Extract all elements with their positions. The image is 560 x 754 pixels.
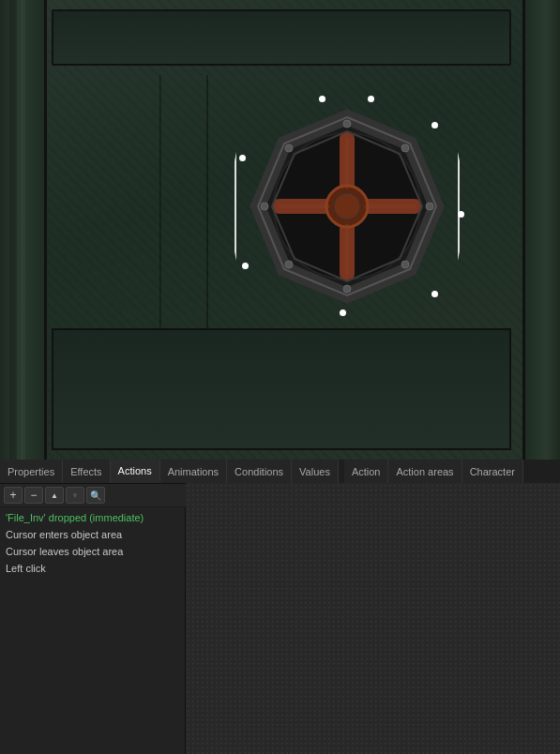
action-item-cursor-enters[interactable]: Cursor enters object area	[0, 526, 185, 543]
viewport	[0, 0, 560, 460]
anchor-dot-2	[368, 96, 374, 102]
tab-bar: Properties Effects Actions Animations Co…	[0, 460, 560, 484]
bottom-panel: Properties Effects Actions Animations Co…	[0, 460, 560, 754]
search-button[interactable]: 🔍	[86, 487, 105, 504]
door-groove-1	[159, 75, 161, 328]
action-item-left-click[interactable]: Left click	[0, 560, 185, 577]
right-panel	[522, 0, 560, 460]
right-bottom-area	[186, 483, 560, 754]
anchor-dot-1	[319, 96, 325, 102]
tab-effects[interactable]: Effects	[63, 460, 110, 483]
remove-button[interactable]: −	[24, 487, 43, 504]
wheel-outline	[235, 94, 460, 319]
anchor-dot-3	[431, 122, 438, 128]
main-content: 'File_Inv' dropped (immediate) Cursor en…	[0, 507, 560, 754]
tab-action-areas[interactable]: Action areas	[388, 460, 462, 483]
anchor-dot-6	[340, 309, 346, 316]
move-up-button[interactable]: ▲	[45, 487, 64, 504]
tab-character[interactable]: Character	[462, 460, 523, 483]
tab-actions[interactable]: Actions	[111, 460, 160, 483]
top-recess	[52, 9, 511, 66]
actions-list: 'File_Inv' dropped (immediate) Cursor en…	[0, 507, 186, 754]
anchor-dot-7	[242, 263, 249, 269]
add-button[interactable]: +	[4, 487, 23, 504]
anchor-dot-4	[458, 211, 464, 218]
tab-conditions[interactable]: Conditions	[227, 460, 292, 483]
props-panel: Execution type Command Item + − ▲	[186, 507, 560, 754]
move-down-button[interactable]: ▼	[66, 487, 84, 504]
action-item-cursor-leaves[interactable]: Cursor leaves object area	[0, 543, 185, 560]
tab-properties[interactable]: Properties	[0, 460, 63, 483]
action-item-file-inv[interactable]: 'File_Inv' dropped (immediate)	[0, 509, 185, 526]
tab-animations[interactable]: Animations	[160, 460, 227, 483]
tab-action[interactable]: Action	[344, 460, 389, 483]
door-groove-2	[206, 75, 208, 328]
anchor-dot-8	[239, 155, 246, 161]
valve-wheel-container	[216, 66, 478, 347]
left-panel	[0, 0, 47, 460]
anchor-dot-5	[431, 291, 438, 297]
tab-values[interactable]: Values	[292, 460, 339, 483]
